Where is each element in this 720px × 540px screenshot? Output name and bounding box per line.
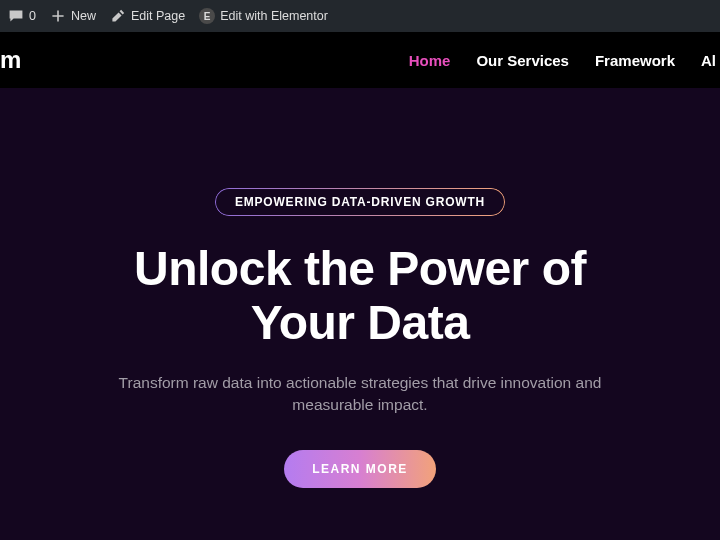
nav-framework[interactable]: Framework xyxy=(595,52,675,69)
wp-edit-page-button[interactable]: Edit Page xyxy=(110,8,185,24)
wp-edit-elementor-label: Edit with Elementor xyxy=(220,9,328,23)
nav-about-fragment[interactable]: Al xyxy=(701,52,716,69)
hero-headline-line2: Your Data xyxy=(251,296,470,349)
hero-section: EMPOWERING DATA-DRIVEN GROWTH Unlock the… xyxy=(0,88,720,488)
comment-icon xyxy=(8,8,24,24)
wp-comments-count: 0 xyxy=(29,9,36,23)
site-header: m Home Our Services Framework Al xyxy=(0,32,720,88)
wp-admin-bar: 0 New Edit Page E Edit with Elementor xyxy=(0,0,720,32)
wp-comments-button[interactable]: 0 xyxy=(8,8,36,24)
nav-our-services[interactable]: Our Services xyxy=(476,52,569,69)
hero-subhead: Transform raw data into actionable strat… xyxy=(80,372,640,417)
logo[interactable]: m xyxy=(0,40,56,80)
plus-icon xyxy=(50,8,66,24)
hero-headline-line1: Unlock the Power of xyxy=(134,242,586,295)
hero-badge-text: EMPOWERING DATA-DRIVEN GROWTH xyxy=(235,195,485,209)
hero-badge: EMPOWERING DATA-DRIVEN GROWTH xyxy=(215,188,505,216)
primary-nav: Home Our Services Framework Al xyxy=(409,52,720,69)
wp-new-button[interactable]: New xyxy=(50,8,96,24)
hero-headline: Unlock the Power of Your Data xyxy=(0,242,720,350)
logo-text-fragment: m xyxy=(0,46,21,74)
pencil-icon xyxy=(110,8,126,24)
learn-more-button[interactable]: LEARN MORE xyxy=(284,450,436,488)
wp-new-label: New xyxy=(71,9,96,23)
wp-edit-elementor-button[interactable]: E Edit with Elementor xyxy=(199,8,328,24)
wp-edit-page-label: Edit Page xyxy=(131,9,185,23)
nav-home[interactable]: Home xyxy=(409,52,451,69)
elementor-icon: E xyxy=(199,8,215,24)
